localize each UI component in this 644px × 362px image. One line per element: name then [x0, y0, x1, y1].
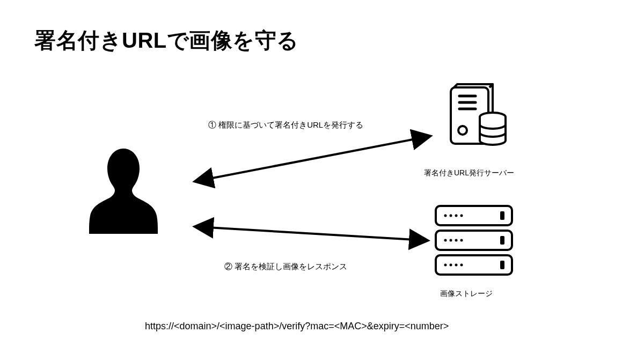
- svg-line-24: [199, 137, 427, 181]
- svg-point-21: [455, 264, 458, 267]
- arrow1-label: ① 権限に基づいて署名付きURLを発行する: [208, 120, 363, 130]
- server-label: 署名付きURL発行サーバー: [424, 168, 514, 178]
- svg-point-13: [444, 239, 447, 242]
- arrow2-label: ② 署名を検証し画像をレスポンス: [224, 262, 347, 272]
- svg-point-10: [460, 215, 463, 217]
- storage-icon: [434, 204, 514, 279]
- svg-point-4: [458, 126, 467, 135]
- svg-line-25: [199, 227, 424, 240]
- url-pattern-text: https://<domain>/<image-path>/verify?mac…: [145, 321, 449, 332]
- svg-point-16: [460, 239, 463, 242]
- svg-point-19: [444, 264, 447, 267]
- user-icon: [80, 146, 166, 237]
- storage-label: 画像ストレージ: [440, 289, 493, 299]
- page-title: 署名付きURLで画像を守る: [34, 26, 299, 55]
- svg-point-14: [450, 239, 452, 242]
- svg-rect-11: [500, 211, 504, 220]
- svg-rect-17: [500, 236, 504, 245]
- svg-point-9: [455, 215, 458, 217]
- svg-rect-23: [500, 261, 504, 269]
- svg-point-15: [455, 239, 458, 242]
- server-icon: [441, 83, 511, 153]
- svg-point-8: [450, 215, 452, 217]
- svg-point-22: [460, 264, 463, 267]
- svg-point-20: [450, 264, 452, 267]
- svg-point-7: [444, 215, 447, 217]
